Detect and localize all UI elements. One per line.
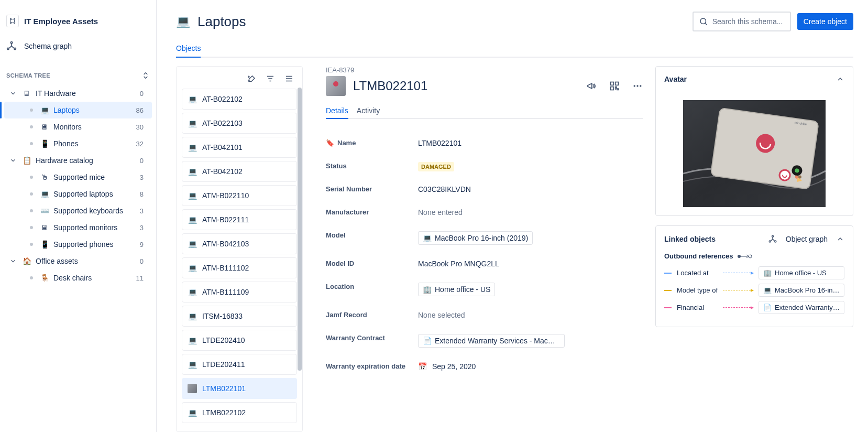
avatar-card: Avatar xyxy=(655,66,853,216)
field-serial: Serial Number C03C28IKLVDN xyxy=(326,178,643,201)
laptop-icon: 💻 xyxy=(188,167,197,176)
tree-item[interactable]: 📱Phones32 xyxy=(4,135,152,152)
status-badge: DAMAGED xyxy=(418,162,454,171)
group-label: IT Hardware xyxy=(36,89,136,98)
tree-item[interactable]: 🪑Desk chairs11 xyxy=(4,269,152,286)
linked-card-body: Outbound references Located at 🏢Home off… xyxy=(656,252,853,327)
tree-item[interactable]: 💻Supported laptops8 xyxy=(4,186,152,202)
right-column: Avatar xyxy=(655,66,853,432)
main-header: 💻 Laptops Create object xyxy=(176,12,853,31)
schema-tree-label: SCHEMA TREE xyxy=(6,72,50,79)
item-label: Supported keyboards xyxy=(53,207,136,215)
ref-row: Financial 📄Extended Warranty … xyxy=(664,301,844,314)
tab-objects[interactable]: Objects xyxy=(176,40,201,58)
tab-activity[interactable]: Activity xyxy=(357,103,380,119)
item-icon: 📱 xyxy=(40,240,49,249)
schema-graph-link[interactable]: Schema graph xyxy=(0,36,156,57)
ref-target-chip[interactable]: 📄Extended Warranty … xyxy=(759,301,844,314)
ref-target-text: MacBook Pro 16-inc… xyxy=(775,286,840,294)

        primary-action-button[interactable]: Create object xyxy=(797,13,853,30)
calendar-icon: 📅 xyxy=(418,362,427,371)
schema-icon xyxy=(6,15,19,27)
tree-item[interactable]: 🖥Supported monitors3 xyxy=(4,219,152,236)
bullet-icon xyxy=(30,226,33,229)
collapse-tree-icon[interactable] xyxy=(141,71,150,80)
announce-icon[interactable] xyxy=(586,81,597,91)
tree-group[interactable]: 📋Hardware catalog0 xyxy=(4,152,152,169)
tree-item[interactable]: 📱Supported phones9 xyxy=(4,236,152,253)
linked-card-header[interactable]: Linked objects Object graph xyxy=(656,226,853,252)
schema-search-input[interactable] xyxy=(712,17,785,26)
chevron-down-icon xyxy=(9,90,18,97)
object-key: IEA-8379 xyxy=(326,66,643,74)
location-chip[interactable]: 🏢Home office - US xyxy=(418,283,495,296)
tab-details[interactable]: Details xyxy=(326,103,348,119)
object-list-item[interactable]: LTMB022101 xyxy=(182,378,297,399)
object-list-item[interactable]: 💻AT-B042102 xyxy=(182,161,297,182)
ref-target-chip[interactable]: 💻MacBook Pro 16-inc… xyxy=(759,284,844,297)
schema-graph-label: Schema graph xyxy=(24,42,72,50)
svg-point-26 xyxy=(772,235,773,237)
item-count: 3 xyxy=(140,174,144,181)
object-list-item[interactable]: 💻ATM-B111102 xyxy=(182,257,297,278)
tree-item[interactable]: ⌨️Supported keyboards3 xyxy=(4,202,152,219)
avatar-card-body: mindville xyxy=(656,92,853,215)
svg-rect-12 xyxy=(611,87,614,90)
svg-point-22 xyxy=(779,169,791,181)
laptop-icon: 💻 xyxy=(188,191,197,200)
bullet-icon xyxy=(30,125,33,128)
svg-point-29 xyxy=(738,255,741,258)
schema-search[interactable] xyxy=(693,12,791,31)
item-icon: ⌨️ xyxy=(40,207,49,215)
object-list-item[interactable]: 💻LTDE202411 xyxy=(182,354,297,375)
avatar-card-header[interactable]: Avatar xyxy=(656,67,853,92)
more-icon[interactable] xyxy=(632,81,643,91)
object-label: LTMB022102 xyxy=(202,408,246,417)
bulk-edit-icon[interactable] xyxy=(247,74,256,83)
object-title: LTMB022101 xyxy=(353,79,427,93)
scrollbar[interactable] xyxy=(298,88,302,371)
qr-code-icon[interactable] xyxy=(609,81,620,91)
tree-group[interactable]: 🖥IT Hardware0 xyxy=(4,85,152,102)
outbound-icon xyxy=(737,254,752,259)
bullet-icon xyxy=(30,243,33,246)
ref-target-icon: 📄 xyxy=(763,304,772,311)
object-list-item[interactable]: 💻ATM-B042103 xyxy=(182,233,297,254)
object-list-item[interactable]: 💻ITSM-16833 xyxy=(182,306,297,327)
object-list-item[interactable]: 💻ATM-B022110 xyxy=(182,185,297,206)
bullet-icon xyxy=(30,109,33,112)
laptop-icon: 💻 xyxy=(188,408,197,417)
list-view-icon[interactable] xyxy=(284,74,294,83)
schema-title-row: IT Employee Assets xyxy=(0,9,156,33)
schema-title: IT Employee Assets xyxy=(24,17,98,26)
object-list-item[interactable]: 💻ATM-B111109 xyxy=(182,282,297,303)
laptop-icon: 💻 xyxy=(188,311,197,321)
object-list-item[interactable]: 💻LTDE202410 xyxy=(182,330,297,351)
object-list-item[interactable]: 💻AT-B042101 xyxy=(182,137,297,158)
tree-item[interactable]: 💻Laptops86 xyxy=(4,102,152,118)
model-chip[interactable]: 💻MacBook Pro 16-inch (2019) xyxy=(418,231,533,245)
warranty-chip[interactable]: 📄Extended Warranty Services - MacBoo… xyxy=(418,334,565,348)
item-icon: 💻 xyxy=(40,190,49,198)
object-list-item[interactable]: 💻AT-B022102 xyxy=(182,89,297,110)
object-list-item[interactable]: 💻LTMB022102 xyxy=(182,402,297,423)
svg-rect-11 xyxy=(616,82,619,85)
object-list-item[interactable]: 💻ATM-B022111 xyxy=(182,209,297,230)
tree-item[interactable]: 🖱Supported mice3 xyxy=(4,169,152,186)
filter-icon[interactable] xyxy=(266,74,275,83)
object-graph-label[interactable]: Object graph xyxy=(786,235,828,243)
field-warranty-date: Warranty expiration date 📅 Sep 25, 2020 xyxy=(326,355,643,378)
laptop-icon: 💻 xyxy=(188,94,197,104)
tree-group[interactable]: 🏠Office assets0 xyxy=(4,253,152,269)
item-icon: 📱 xyxy=(40,139,49,148)
tree-item[interactable]: 🖥Monitors30 xyxy=(4,118,152,135)
object-list-item[interactable]: 💻AT-B022103 xyxy=(182,113,297,134)
svg-point-0 xyxy=(10,18,11,19)
svg-point-6 xyxy=(14,48,16,49)
object-label: ATM-B022110 xyxy=(202,191,249,200)
group-icon: 🖥 xyxy=(22,89,31,98)
object-label: ATM-B042103 xyxy=(202,240,249,248)
ref-target-chip[interactable]: 🏢Home office - US xyxy=(759,266,844,279)
schema-tree-header: SCHEMA TREE xyxy=(0,65,156,83)
svg-point-7 xyxy=(700,18,706,24)
